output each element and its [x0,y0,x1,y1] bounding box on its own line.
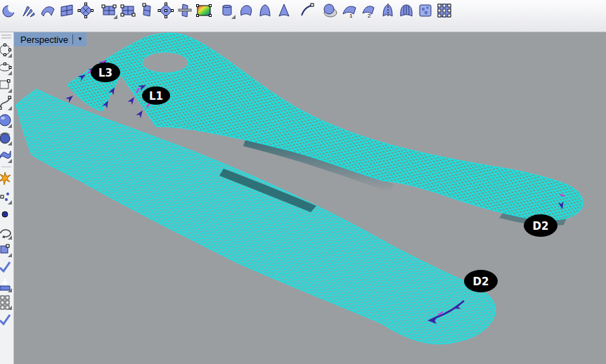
extrude-tapered-icon[interactable] [256,1,274,20]
sweep-1-rail-icon[interactable]: 1 [340,1,359,20]
ellipse-icon[interactable] [0,58,13,76]
rectangle-icon[interactable] [0,76,13,93]
svg-text:1: 1 [349,13,353,19]
annotation-label-l1-1[interactable]: L1 [142,86,170,105]
annotation-label-text: D2 [473,275,489,288]
svg-text:2: 2 [368,13,371,19]
point-spray-icon[interactable] [20,1,38,20]
curve-network-surface-icon[interactable] [39,1,57,20]
sweep-2-rails-icon[interactable]: 2 [359,1,378,20]
rail-revolve-icon[interactable] [378,1,397,20]
extrude-to-point-icon[interactable] [275,1,293,20]
ribbon-icon[interactable] [298,1,316,20]
corner-points-surface-icon[interactable] [77,1,95,20]
drape-icon[interactable] [397,1,415,20]
annotation-label-text: L3 [98,67,112,79]
confirm-icon[interactable] [0,311,13,328]
circle-icon[interactable] [0,41,13,58]
explode-icon[interactable] [0,170,13,188]
toolbar-grip[interactable] [1,34,11,39]
annotation-label-l3-0[interactable]: L3 [91,63,120,82]
viewport-tab-separator [72,34,73,44]
heightfield-from-image-icon[interactable] [195,1,213,20]
rotate-icon[interactable] [0,223,13,240]
extrude-along-curve-icon[interactable] [237,1,255,20]
main-sidebar-toolbar [0,32,14,364]
annotation-label-text: D2 [533,220,549,233]
curve-icon[interactable] [0,93,13,111]
annotation-label-text: L1 [149,90,163,103]
solid-icon[interactable] [0,129,13,146]
annotation-label-d2-2[interactable]: D2 [524,214,557,237]
paste-icon[interactable] [0,275,13,293]
edge-curves-surface-icon[interactable] [58,1,76,20]
sphere-icon[interactable] [0,111,13,129]
revolve-icon[interactable] [321,1,340,20]
surface-toolbar: 12 [0,0,606,32]
point-icon[interactable] [0,188,13,205]
group-icon[interactable] [0,293,13,311]
control-points-icon[interactable] [0,240,13,258]
point-cloud-icon[interactable] [0,205,13,223]
freeform-surface-icon[interactable] [0,146,13,164]
sidebar-divider [1,167,11,167]
chevron-down-icon[interactable]: ▼ [77,37,83,42]
loft-icon[interactable] [1,1,19,20]
apply-icon[interactable] [0,258,13,275]
annotation-label-d2-3[interactable]: D2 [464,270,498,292]
toolbar-icon-row: 12 [1,1,454,20]
patch-icon[interactable] [416,1,434,20]
plane-3-points-icon[interactable] [119,1,137,20]
extrude-straight-icon[interactable] [218,1,236,20]
viewport-canvas[interactable]: L3L1D2D2 [14,32,606,364]
cut-plane-icon[interactable] [176,1,194,20]
viewport-tab-perspective[interactable]: Perspective ▼ [14,32,86,46]
surface-from-grid-icon[interactable] [435,1,453,20]
rectangular-plane-icon[interactable] [100,1,118,20]
viewport-title: Perspective [20,34,68,45]
vertical-plane-icon[interactable] [138,1,156,20]
perspective-viewport[interactable]: Perspective ▼ [14,32,606,364]
plane-through-points-icon[interactable] [157,1,175,20]
